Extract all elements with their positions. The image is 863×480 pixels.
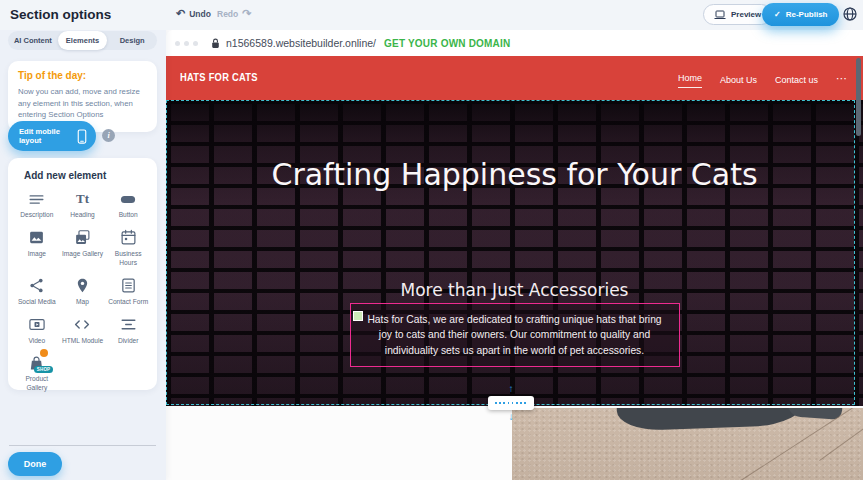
element-divider[interactable]: Divider	[105, 316, 151, 346]
element-grid: Description Tt Heading Button Image Imag…	[8, 190, 157, 393]
cat-shadow-shape	[617, 408, 808, 431]
tab-label: Elements	[66, 36, 99, 45]
element-video[interactable]: Video	[14, 316, 60, 346]
element-business-hours[interactable]: Business Hours	[105, 229, 151, 268]
new-badge	[40, 349, 48, 357]
browser-dot	[193, 41, 198, 46]
contact-form-icon	[120, 277, 137, 295]
element-label: Business Hours	[106, 250, 150, 268]
element-contact-form[interactable]: Contact Form	[105, 277, 151, 307]
tip-heading: Tip of the day:	[18, 70, 147, 81]
element-label: Divider	[118, 337, 139, 346]
preview-scrollbar-thumb[interactable]	[856, 58, 861, 136]
element-label: Contact Form	[108, 298, 148, 307]
sidebar: AI Content Elements Design Tip of the da…	[0, 28, 166, 480]
sidebar-tabs: AI Content Elements Design	[8, 31, 157, 50]
hero-text-block-selected[interactable]: Hats for Cats, we are dedicated to craft…	[350, 303, 680, 367]
nav-more-icon[interactable]: ⋯	[836, 72, 847, 85]
element-map[interactable]: Map	[60, 277, 106, 307]
browser-dot	[175, 41, 180, 46]
description-icon	[28, 190, 45, 208]
browser-dot	[184, 41, 189, 46]
sidebar-divider	[9, 445, 156, 446]
undo-label: Undo	[189, 9, 211, 19]
redo-button[interactable]: Redo ↷	[217, 8, 251, 19]
grip-dots-icon	[495, 402, 527, 404]
element-html-module[interactable]: HTML Module	[60, 316, 106, 346]
site-preview-canvas: n1566589.websitebuilder.online/ GET YOUR…	[166, 30, 863, 480]
site-logo[interactable]: HATS FOR CATS	[180, 71, 258, 83]
element-label: Description	[20, 211, 53, 220]
hero-section[interactable]: Crafting Happiness for Your Cats More th…	[166, 100, 863, 406]
browser-bar: n1566589.websitebuilder.online/ GET YOUR…	[166, 30, 863, 56]
image-gallery-icon	[74, 229, 91, 247]
site-nav: Home About Us Contact us ⋯	[678, 56, 847, 100]
check-icon: ✓	[774, 10, 781, 19]
element-label: Social Media	[18, 298, 56, 307]
drag-handle-square[interactable]	[353, 311, 363, 321]
hero-heading[interactable]: Crafting Happiness for Your Cats	[270, 152, 760, 199]
get-domain-link[interactable]: GET YOUR OWN DOMAIN	[384, 38, 510, 49]
tab-label: Design	[120, 36, 145, 45]
done-button[interactable]: Done	[8, 452, 62, 476]
add-element-heading: Add new element	[24, 170, 157, 181]
element-label: Button	[119, 211, 138, 220]
topbar: Section options ↶ Undo Redo ↷ Preview ✓ …	[0, 0, 863, 30]
redo-label: Redo	[217, 9, 238, 19]
tab-elements[interactable]: Elements	[58, 31, 108, 50]
element-label: Map	[76, 298, 89, 307]
tip-body: Now you can add, move and resize any ele…	[18, 86, 147, 121]
video-icon	[28, 316, 46, 334]
edit-mobile-label: Edit mobile layout	[19, 127, 71, 145]
nav-item-home[interactable]: Home	[678, 69, 702, 88]
globe-icon[interactable]	[842, 6, 858, 22]
republish-label: Re-Publish	[786, 10, 828, 19]
divider-icon	[120, 316, 137, 334]
html-module-icon	[73, 316, 91, 334]
carpet-photo[interactable]	[512, 408, 863, 480]
image-icon	[28, 229, 45, 247]
element-description[interactable]: Description	[14, 190, 60, 220]
element-social-media[interactable]: Social Media	[14, 277, 60, 307]
heading-icon: Tt	[76, 190, 89, 208]
element-label: Video	[28, 337, 45, 346]
tab-ai-content[interactable]: AI Content	[8, 31, 58, 50]
resize-arrow-up-icon: ↑	[509, 384, 514, 394]
element-product-gallery[interactable]: SHOP Product Gallery	[14, 354, 60, 393]
site-header[interactable]: HATS FOR CATS Home About Us Contact us ⋯	[166, 56, 863, 100]
button-icon	[119, 190, 137, 208]
page-title: Section options	[10, 7, 111, 22]
info-icon[interactable]: i	[102, 129, 115, 142]
redo-icon: ↷	[242, 8, 251, 19]
hero-body-text: Hats for Cats, we are dedicated to craft…	[367, 314, 661, 356]
element-label: HTML Module	[62, 337, 103, 346]
element-label: Product Gallery	[15, 375, 59, 393]
element-label: Heading	[70, 211, 95, 220]
preview-label: Preview	[731, 10, 761, 19]
hero-subheading[interactable]: More than Just Accessories	[315, 280, 715, 300]
nav-item-contact[interactable]: Contact us	[775, 71, 818, 85]
element-label: Image	[28, 250, 46, 259]
nav-item-about[interactable]: About Us	[720, 71, 757, 85]
site-url[interactable]: n1566589.websitebuilder.online/	[226, 37, 376, 49]
edit-mobile-layout-button[interactable]: Edit mobile layout	[8, 121, 96, 151]
element-image-gallery[interactable]: Image Gallery	[60, 229, 106, 268]
element-button[interactable]: Button	[105, 190, 151, 220]
tab-label: AI Content	[14, 36, 52, 45]
undo-icon: ↶	[176, 8, 185, 19]
element-image[interactable]: Image	[14, 229, 60, 268]
info-glyph: i	[107, 131, 109, 140]
laptop-icon	[714, 10, 726, 20]
undo-button[interactable]: ↶ Undo	[176, 8, 211, 19]
element-heading[interactable]: Tt Heading	[60, 190, 106, 220]
resize-arrow-down-icon: ↓	[509, 412, 514, 422]
map-icon	[74, 277, 91, 295]
lock-icon	[211, 38, 220, 49]
section-resize-handle[interactable]: ↑ ↓	[488, 396, 534, 410]
done-label: Done	[24, 459, 47, 469]
business-hours-icon	[120, 229, 137, 247]
add-element-panel: Add new element Description Tt Heading B…	[8, 158, 157, 390]
product-gallery-icon: SHOP	[28, 354, 45, 372]
tab-design[interactable]: Design	[107, 31, 157, 50]
republish-button[interactable]: ✓ Re-Publish	[762, 3, 839, 26]
